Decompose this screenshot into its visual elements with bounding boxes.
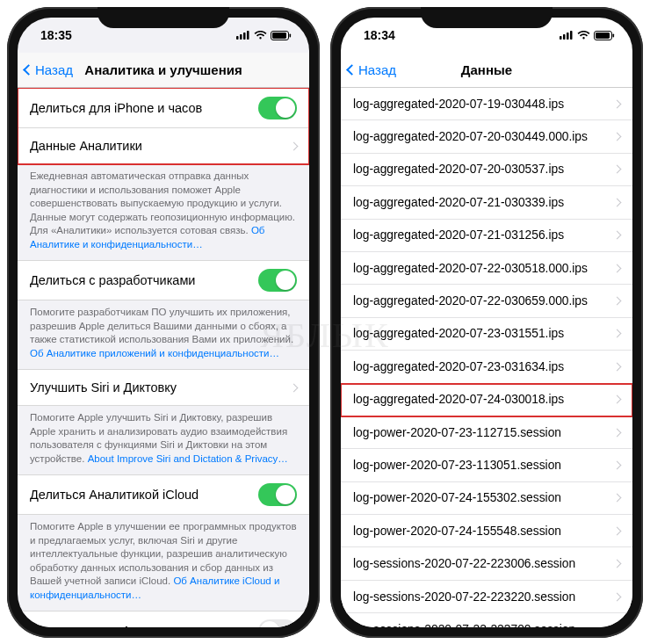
log-file-row[interactable]: log-power-2020-07-23-113051.session [341,449,632,481]
status-time: 18:35 [40,28,72,42]
footer-siri: Помогите Apple улучшить Siri и Диктовку,… [18,406,309,474]
back-button[interactable]: Назад [25,62,73,77]
footer-icloud: Помогите Apple в улучшении ее программны… [18,515,309,611]
log-file-name: log-power-2020-07-23-113051.session [353,459,561,472]
signal-icon [560,31,574,40]
wifi-icon [254,31,267,40]
row-health[interactable]: «Здоровье» и «Активность» [18,611,309,627]
back-label: Назад [358,62,396,77]
chevron-right-icon [613,133,622,141]
log-file-name: log-power-2020-07-24-155548.session [353,525,561,538]
chevron-left-icon [346,64,358,76]
log-file-row[interactable]: log-aggregated-2020-07-20-030537.ips [341,154,632,186]
log-file-name: log-aggregated-2020-07-24-030018.ips [353,393,564,406]
label: Делиться для iPhone и часов [30,101,202,115]
svg-rect-13 [613,33,615,37]
notch [98,7,229,28]
svg-rect-1 [240,34,242,40]
page-title: Аналитика и улучшения [84,62,242,77]
row-icloud-analytics[interactable]: Делиться Аналитикой iCloud [18,475,309,514]
log-file-row[interactable]: log-aggregated-2020-07-23-031551.ips [341,318,632,351]
log-file-row[interactable]: log-aggregated-2020-07-20-030449.000.ips [341,120,632,153]
log-file-row[interactable]: log-aggregated-2020-07-22-030659.000.ips [341,285,632,317]
log-file-row[interactable]: log-power-2020-07-24-155302.session [341,482,632,515]
row-analytics-data[interactable]: Данные Аналитики [18,128,309,163]
log-file-name: log-aggregated-2020-07-23-031634.ips [353,360,564,373]
log-file-row[interactable]: log-sessions-2020-07-22-223006.session [341,547,632,580]
back-label: Назад [35,62,73,77]
chevron-right-icon [613,461,622,470]
log-file-name: log-sessions-2020-07-22-223220.session [353,590,575,604]
nav-header: Назад Данные [341,53,632,88]
battery-icon [594,31,615,40]
log-file-name: log-aggregated-2020-07-23-031551.ips [353,327,564,340]
svg-rect-2 [243,33,246,40]
row-improve-siri[interactable]: Улучшить Siri и Диктовку [18,370,309,405]
log-file-row[interactable]: log-power-2020-07-23-112715.session [341,416,632,449]
battery-icon [271,31,292,40]
switch-share-devs[interactable] [258,269,297,292]
chevron-right-icon [613,231,622,240]
chevron-right-icon [613,99,622,108]
log-file-name: log-aggregated-2020-07-21-030339.ips [353,196,564,209]
status-time: 18:34 [364,28,395,42]
signal-icon [236,31,250,40]
log-file-name: log-sessions-2020-07-22-223700.session [353,623,575,627]
page-title: Данные [461,62,512,77]
chevron-right-icon [613,395,622,404]
switch-health[interactable] [258,619,297,627]
log-file-row[interactable]: log-aggregated-2020-07-21-031256.ips [341,220,632,252]
back-button[interactable]: Назад [348,62,396,77]
chevron-right-icon [613,592,622,601]
log-file-row[interactable]: log-aggregated-2020-07-22-030518.000.ips [341,252,632,285]
screen-right: 18:34 Назад Данные log-aggregated-2020-0… [341,18,632,627]
group-share-analytics: Делиться для iPhone и часов Данные Анали… [18,88,309,164]
row-share-iphone-watch[interactable]: Делиться для iPhone и часов [18,89,309,128]
log-file-row[interactable]: log-aggregated-2020-07-19-030448.ips [341,88,632,120]
switch-icloud-analytics[interactable] [258,483,297,506]
chevron-right-icon [613,625,622,627]
svg-rect-12 [596,33,610,39]
chevron-right-icon [613,297,622,306]
label: Данные Аналитики [30,139,142,153]
chevron-right-icon [613,362,622,371]
footer-analytics: Ежедневная автоматическая отправка данны… [18,164,309,260]
status-icons [560,31,615,40]
log-file-row[interactable]: log-power-2020-07-24-155548.session [341,515,632,547]
link-about-siri[interactable]: About Improve Siri and Dictation & Priva… [88,453,288,464]
group-icloud-analytics: Делиться Аналитикой iCloud [18,474,309,515]
chevron-right-icon [613,494,622,503]
group-health: «Здоровье» и «Активность» [18,611,309,627]
chevron-left-icon [23,64,34,76]
svg-rect-0 [236,36,239,40]
log-file-row[interactable]: log-sessions-2020-07-22-223220.session [341,581,632,613]
svg-rect-5 [272,33,286,39]
log-file-row[interactable]: log-aggregated-2020-07-23-031634.ips [341,351,632,383]
switch-share-analytics[interactable] [258,97,297,119]
chevron-right-icon [613,198,622,206]
log-file-name: log-aggregated-2020-07-22-030518.000.ips [353,262,588,275]
row-share-devs[interactable]: Делиться с разработчиками [18,261,309,300]
group-share-devs: Делиться с разработчиками [18,260,309,300]
chevron-right-icon [613,560,622,568]
log-file-row[interactable]: log-sessions-2020-07-22-223700.session [341,613,632,627]
log-file-name: log-aggregated-2020-07-19-030448.ips [353,98,564,111]
label: Делиться с разработчиками [30,273,195,287]
link-about-app-analytics[interactable]: Об Аналитике приложений и конфиденциальн… [30,348,279,358]
phone-left: 18:35 Назад Аналитика и улучшения Делить… [7,7,320,638]
log-file-row[interactable]: log-aggregated-2020-07-24-030018.ips [341,384,632,416]
nav-header: Назад Аналитика и улучшения [18,53,309,88]
label: Улучшить Siri и Диктовку [30,380,177,394]
chevron-right-icon [613,428,622,437]
log-file-name: log-power-2020-07-23-112715.session [353,426,561,439]
svg-rect-7 [560,36,562,40]
label: Делиться Аналитикой iCloud [30,488,199,502]
status-icons [236,31,292,40]
content-right[interactable]: log-aggregated-2020-07-19-030448.ipslog-… [341,88,632,627]
content-left: Делиться для iPhone и часов Данные Анали… [18,88,309,627]
log-file-name: log-power-2020-07-24-155302.session [353,491,561,504]
footer-devs: Помогите разработчикам ПО улучшить их пр… [18,300,309,369]
log-file-row[interactable]: log-aggregated-2020-07-21-030339.ips [341,186,632,219]
log-file-name: log-aggregated-2020-07-21-031256.ips [353,228,564,242]
chevron-right-icon [613,264,622,272]
